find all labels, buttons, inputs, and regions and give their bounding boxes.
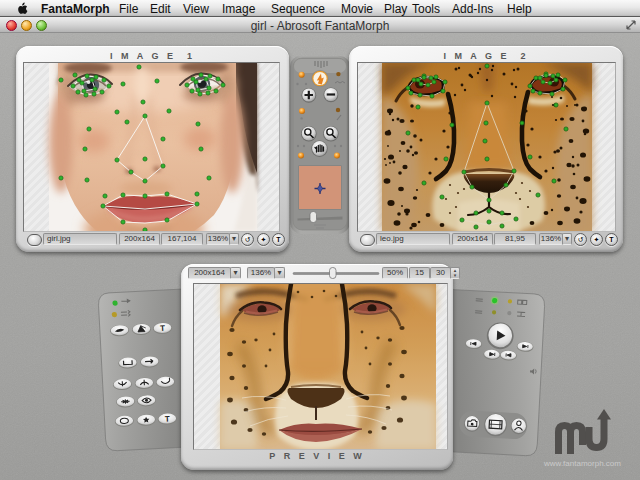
svg-text:T: T	[160, 324, 165, 333]
svg-text:T: T	[165, 414, 170, 423]
